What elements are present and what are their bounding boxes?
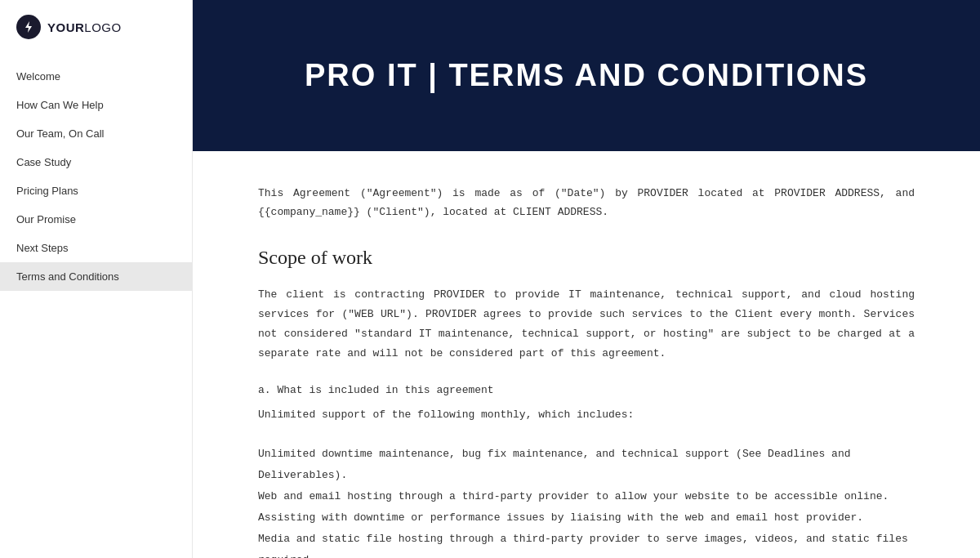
logo-text: YOURLOGO	[47, 20, 122, 34]
page-header: PRO IT | TERMS AND CONDITIONS	[193, 0, 980, 151]
intro-paragraph: This Agreement ("Agreement") is made as …	[258, 184, 915, 222]
content-area: This Agreement ("Agreement") is made as …	[193, 151, 980, 558]
main-content: PRO IT | TERMS AND CONDITIONS This Agree…	[193, 0, 980, 558]
sub-a-intro: Unlimited support of the following month…	[258, 404, 915, 426]
sidebar-item-welcome[interactable]: Welcome	[0, 62, 192, 91]
sidebar-nav: Welcome How Can We Help Our Team, On Cal…	[0, 54, 192, 558]
page-title: PRO IT | TERMS AND CONDITIONS	[305, 58, 868, 93]
sidebar-item-our-promise[interactable]: Our Promise	[0, 205, 192, 234]
list-item: Web and email hosting through a third-pa…	[258, 486, 915, 507]
logo: YOURLOGO	[0, 0, 192, 54]
sidebar-item-terms-and-conditions[interactable]: Terms and Conditions	[0, 262, 192, 291]
scope-body: The client is contracting PROVIDER to pr…	[258, 285, 915, 364]
sidebar-item-next-steps[interactable]: Next Steps	[0, 234, 192, 262]
sidebar-item-our-team-on-call[interactable]: Our Team, On Call	[0, 119, 192, 148]
list-item: Assisting with downtime or performance i…	[258, 507, 915, 529]
sidebar-item-case-study[interactable]: Case Study	[0, 148, 192, 176]
sidebar-item-pricing-plans[interactable]: Pricing Plans	[0, 176, 192, 205]
list-item: Unlimited downtime maintenance, bug fix …	[258, 444, 915, 486]
list-items: Unlimited downtime maintenance, bug fix …	[258, 444, 915, 558]
svg-marker-0	[25, 21, 32, 33]
sidebar-item-how-can-we-help[interactable]: How Can We Help	[0, 91, 192, 119]
scope-heading: Scope of work	[258, 247, 915, 269]
sub-a-heading: a. What is included in this agreement	[258, 380, 915, 401]
list-item: Media and static file hosting through a …	[258, 529, 915, 558]
sidebar: YOURLOGO Welcome How Can We Help Our Tea…	[0, 0, 193, 558]
logo-icon	[16, 15, 41, 39]
